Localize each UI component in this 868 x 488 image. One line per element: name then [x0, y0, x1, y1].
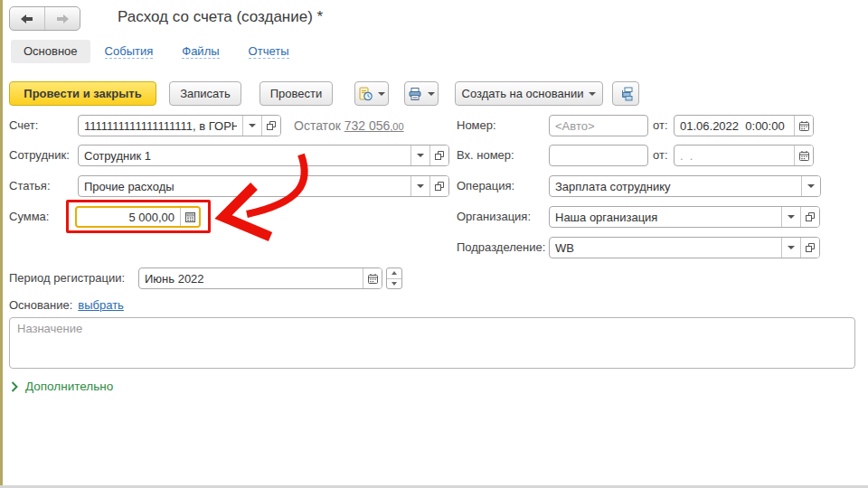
triangle-down-icon [392, 282, 397, 286]
more-group-toggle[interactable]: Дополнительно [11, 380, 113, 393]
window-edge-strip [0, 0, 3, 488]
incoming-number-label: Вх. номер: [457, 145, 514, 166]
employee-label: Сотрудник: [9, 145, 70, 166]
post-document-menu-button[interactable] [354, 81, 389, 106]
tab-events[interactable]: События [105, 40, 154, 63]
save-button[interactable]: Записать [169, 81, 241, 106]
balance-link[interactable]: 732 056,00 [344, 118, 404, 133]
tab-main[interactable]: Основное [11, 40, 90, 63]
spinner-down-button[interactable] [387, 278, 401, 289]
tab-reports[interactable]: Отчеты [249, 40, 289, 63]
article-dropdown-button[interactable] [410, 176, 429, 196]
purpose-textarea[interactable] [9, 317, 855, 369]
document-clock-icon [358, 87, 373, 101]
open-link-icon [434, 150, 445, 161]
period-input[interactable] [139, 268, 363, 288]
calculator-icon [184, 211, 196, 223]
organization-dropdown-button[interactable] [781, 207, 800, 227]
post-button[interactable]: Провести [259, 81, 333, 106]
department-label: Подразделение: [457, 237, 545, 258]
basis-select-link[interactable]: выбрать [78, 297, 124, 314]
related-documents-button[interactable] [612, 81, 639, 106]
balance-text: Остаток 732 056,00 [294, 115, 404, 137]
arrow-left-icon [20, 14, 34, 24]
open-link-icon [434, 181, 445, 192]
employee-field-group [78, 145, 449, 166]
incoming-from-label: от: [653, 145, 668, 166]
triangle-up-icon [392, 271, 397, 275]
article-input[interactable] [79, 176, 410, 196]
employee-open-button[interactable] [429, 145, 448, 165]
organization-field-group [549, 206, 820, 228]
account-dropdown-button[interactable] [242, 116, 261, 136]
forward-button[interactable] [44, 7, 80, 30]
number-input[interactable] [550, 116, 647, 136]
chevron-down-icon [417, 184, 424, 188]
department-open-button[interactable] [800, 238, 819, 258]
article-label: Статья: [9, 175, 51, 197]
incoming-number-input[interactable] [550, 145, 647, 165]
create-based-on-button[interactable]: Создать на основании [455, 81, 603, 106]
incoming-date-field-group [674, 145, 814, 166]
calendar-icon [798, 120, 810, 132]
department-field-group [549, 237, 820, 258]
tab-files[interactable]: Файлы [182, 40, 219, 63]
print-menu-button[interactable] [404, 81, 439, 106]
date-calendar-button[interactable] [794, 116, 813, 136]
organization-open-button[interactable] [800, 207, 819, 227]
post-and-close-button[interactable]: Провести и закрыть [9, 81, 156, 106]
operation-input[interactable] [550, 176, 801, 196]
period-spinner [386, 267, 402, 289]
organization-label: Организация: [457, 206, 531, 228]
incoming-number-field-group [549, 145, 648, 166]
employee-dropdown-button[interactable] [410, 145, 429, 165]
amount-label: Сумма: [9, 206, 49, 228]
document-structure-icon [618, 87, 633, 101]
operation-dropdown-button[interactable] [801, 176, 820, 196]
tab-bar: Основное События Файлы Отчеты [11, 40, 304, 63]
incoming-date-input[interactable] [675, 145, 794, 165]
history-nav [9, 6, 80, 31]
open-link-icon [805, 211, 816, 222]
basis-label: Основание: [9, 297, 72, 314]
calendar-icon [367, 273, 379, 285]
operation-label: Операция: [457, 175, 514, 197]
chevron-right-icon [11, 381, 18, 392]
chevron-down-icon [589, 92, 596, 96]
date-field-group [674, 115, 814, 136]
spinner-up-button[interactable] [387, 268, 401, 278]
chevron-down-icon [428, 92, 435, 96]
amount-calculator-button[interactable] [180, 208, 199, 226]
department-dropdown-button[interactable] [781, 238, 800, 258]
chevron-down-icon [417, 154, 424, 157]
calendar-icon [798, 150, 810, 162]
employee-input[interactable] [79, 145, 410, 165]
more-group-label: Дополнительно [25, 380, 113, 393]
chevron-down-icon [378, 92, 385, 96]
period-calendar-button[interactable] [363, 268, 382, 288]
incoming-date-calendar-button[interactable] [794, 145, 813, 165]
amount-field-group [75, 206, 201, 228]
number-field-group [549, 115, 648, 136]
number-from-label: от: [653, 115, 668, 136]
back-button[interactable] [10, 7, 44, 30]
amount-input[interactable] [77, 208, 180, 226]
department-input[interactable] [550, 238, 781, 258]
open-link-icon [266, 120, 277, 131]
account-field-group [78, 115, 281, 136]
chevron-down-icon [249, 124, 256, 127]
article-field-group [78, 175, 449, 197]
basis-row: Основание: выбрать [9, 297, 124, 314]
article-open-button[interactable] [429, 176, 448, 196]
account-open-button[interactable] [261, 116, 280, 136]
open-link-icon [805, 242, 816, 253]
account-input[interactable] [79, 116, 242, 136]
operation-field-group [549, 175, 821, 197]
chevron-down-icon [788, 215, 795, 219]
account-label: Счет: [9, 115, 38, 136]
organization-input[interactable] [550, 207, 781, 227]
chevron-down-icon [807, 184, 815, 188]
period-field-group [138, 267, 382, 289]
date-input[interactable] [675, 116, 794, 136]
number-label: Номер: [457, 115, 496, 136]
